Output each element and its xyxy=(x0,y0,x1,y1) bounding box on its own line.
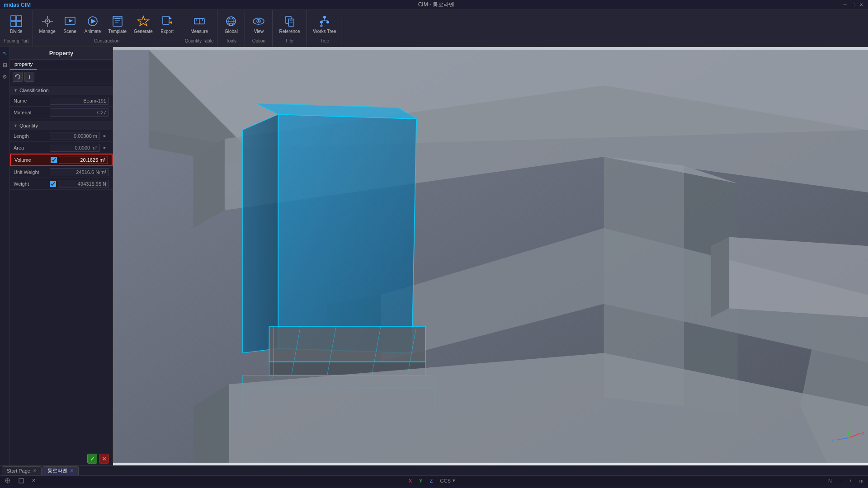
manage-icon xyxy=(41,15,54,28)
toolbar-btn-animate[interactable]: Animate xyxy=(82,13,104,36)
tab-start-close[interactable]: ✕ xyxy=(33,468,37,473)
viewport[interactable]: X Y Z xyxy=(113,47,868,465)
svg-marker-21 xyxy=(169,16,172,19)
volume-value: 20.1625 m³ xyxy=(59,156,108,164)
gcs-dropdown[interactable]: ▾ xyxy=(453,478,455,483)
generate-label: Generate xyxy=(134,29,153,34)
prop-toolbar-refresh[interactable] xyxy=(13,72,23,82)
material-label: Material xyxy=(14,110,50,115)
export-icon xyxy=(161,15,174,28)
weight-value: 494315.95 N xyxy=(58,180,109,188)
status-z: Z xyxy=(430,478,433,483)
svg-marker-11 xyxy=(69,19,73,23)
svg-point-46 xyxy=(326,21,329,23)
toolbar-btn-divide[interactable]: Divide xyxy=(6,13,26,36)
template-icon xyxy=(111,15,124,28)
svg-point-41 xyxy=(323,16,326,19)
main-layout: ↖ ⊟ ⚙ Property property ℹ ▼ xyxy=(0,47,868,465)
prop-row-material: Material C27 xyxy=(10,107,113,118)
restore-button[interactable]: □ xyxy=(850,2,856,8)
minimize-button[interactable]: ─ xyxy=(842,2,848,8)
svg-marker-63 xyxy=(269,326,425,362)
volume-checkbox[interactable] xyxy=(51,157,57,163)
weight-checkbox[interactable] xyxy=(50,181,56,187)
quantity-section-header[interactable]: ▼ Quantity xyxy=(10,121,113,130)
tab-main-label: 통로라멘 xyxy=(47,467,67,474)
tab-main[interactable]: 통로라멘 ✕ xyxy=(42,466,79,475)
toolbar-btn-scene[interactable]: Scene xyxy=(60,13,80,36)
status-zoom-minus[interactable]: − xyxy=(839,478,842,483)
view-icon xyxy=(252,15,265,28)
property-header: Property xyxy=(10,47,113,60)
confirm-button[interactable]: ✓ xyxy=(87,454,97,464)
toolbar-btn-reference[interactable]: Reference xyxy=(276,13,302,36)
status-bar: ✕ X Y Z GCS ▾ N − + m xyxy=(0,475,868,485)
svg-marker-60 xyxy=(278,114,416,353)
window-controls: ─ □ ✕ xyxy=(842,2,864,8)
tab-main-close[interactable]: ✕ xyxy=(70,468,74,473)
side-icon-property[interactable]: ⊟ xyxy=(0,61,9,70)
close-button[interactable]: ✕ xyxy=(858,2,864,8)
status-zoom-plus[interactable]: + xyxy=(849,478,852,483)
x-label: X xyxy=(409,478,412,483)
action-buttons: ✓ ✕ xyxy=(10,452,113,465)
length-expand-btn[interactable]: ▸ xyxy=(101,132,109,140)
svg-marker-13 xyxy=(91,19,96,23)
status-y: Y xyxy=(419,478,422,483)
toolbar-btn-manage[interactable]: Manage xyxy=(37,13,58,36)
status-n: N xyxy=(828,478,832,483)
side-icon-settings[interactable]: ⚙ xyxy=(0,72,9,81)
status-coords: X Y Z GCS ▾ xyxy=(409,478,455,483)
manage-label: Manage xyxy=(39,29,56,34)
svg-point-5 xyxy=(47,20,48,22)
viewport-svg: X Y Z xyxy=(113,47,868,465)
classification-chevron: ▼ xyxy=(14,88,18,93)
area-label: Area xyxy=(14,145,50,150)
svg-rect-0 xyxy=(11,16,16,21)
svg-point-45 xyxy=(320,21,323,23)
name-value: Beam-191 xyxy=(50,97,109,105)
length-value: 0.00000 m xyxy=(50,132,100,140)
toolbar-btn-works-tree[interactable]: Works Tree xyxy=(311,13,339,36)
tab-start-page[interactable]: Start Page ✕ xyxy=(2,466,42,475)
toolbar-btn-measure[interactable]: Measure xyxy=(188,13,211,36)
classification-section-header[interactable]: ▼ Classification xyxy=(10,86,113,95)
title-bar: midas CIM CIM - 통로라멘 ─ □ ✕ xyxy=(0,0,868,10)
window-title: CIM - 통로라멘 xyxy=(418,1,455,9)
svg-text:Z: Z xyxy=(831,437,834,442)
toolbar: Divide Pouring Part Manage xyxy=(0,10,868,47)
status-cross-icon: ✕ xyxy=(32,478,36,484)
toolbar-group-tree: Works Tree Tree xyxy=(307,10,343,47)
prop-toolbar-info[interactable]: ℹ xyxy=(24,72,34,82)
property-content: ▼ Classification Name Beam-191 Material … xyxy=(10,84,113,452)
svg-rect-3 xyxy=(17,22,22,27)
material-value: C27 xyxy=(50,108,109,117)
tab-start-label: Start Page xyxy=(7,468,30,474)
svg-rect-38 xyxy=(288,19,294,26)
toolbar-btn-template[interactable]: Template xyxy=(105,13,129,36)
quantity-table-label: Quantity Table xyxy=(185,38,214,43)
reference-icon xyxy=(283,15,296,28)
svg-point-84 xyxy=(848,436,851,439)
toolbar-btn-generate[interactable]: Generate xyxy=(131,13,156,36)
scene-icon xyxy=(64,15,76,28)
toolbar-group-option: View Option xyxy=(245,10,273,47)
global-icon xyxy=(225,15,237,28)
cancel-button[interactable]: ✕ xyxy=(99,454,109,464)
toolbar-btn-view[interactable]: View xyxy=(249,13,269,36)
svg-marker-61 xyxy=(242,114,278,353)
gcs-label: GCS xyxy=(440,478,451,483)
toolbar-btn-global[interactable]: Global xyxy=(221,13,241,36)
status-x: X xyxy=(409,478,412,483)
status-gcs: GCS ▾ xyxy=(440,478,455,483)
toolbar-btn-export[interactable]: Export xyxy=(157,13,177,36)
svg-rect-1 xyxy=(17,16,22,21)
option-label: Option xyxy=(252,38,265,43)
side-icon-cursor[interactable]: ↖ xyxy=(0,49,9,58)
status-cursor-icon xyxy=(5,478,11,484)
status-left: ✕ xyxy=(5,478,36,484)
measure-icon xyxy=(193,15,206,28)
animate-label: Animate xyxy=(85,29,101,34)
area-expand-btn[interactable]: ▸ xyxy=(101,144,109,152)
property-tab-property[interactable]: property xyxy=(10,60,37,70)
